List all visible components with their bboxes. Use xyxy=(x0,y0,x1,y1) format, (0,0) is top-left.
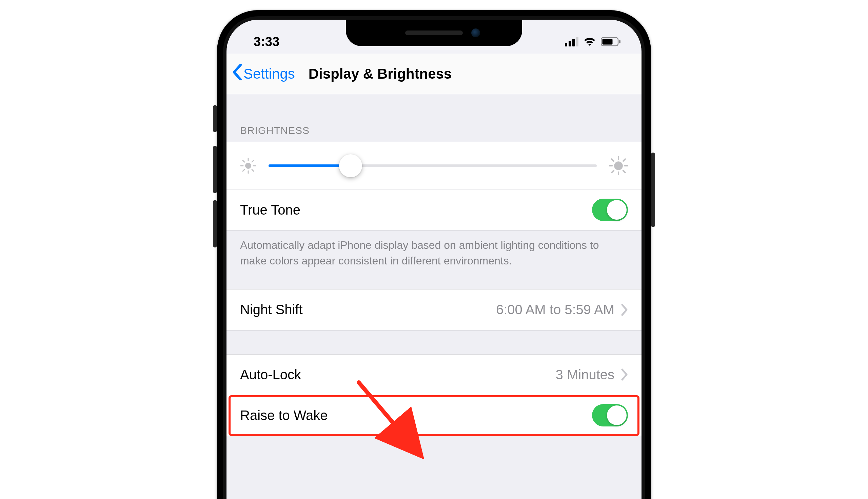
svg-rect-0 xyxy=(565,43,567,47)
phone-wrap: 3:33 xyxy=(217,10,651,499)
screen: 3:33 xyxy=(227,20,641,499)
cellular-signal-icon xyxy=(565,37,578,47)
raise-to-wake-row: Raise to Wake xyxy=(227,395,641,436)
svg-line-12 xyxy=(243,160,244,162)
svg-line-21 xyxy=(612,159,614,161)
svg-line-14 xyxy=(243,170,244,171)
brightness-slider[interactable] xyxy=(269,165,597,167)
volume-down-button[interactable] xyxy=(213,200,217,247)
front-camera xyxy=(471,28,480,37)
auto-lock-value: 3 Minutes xyxy=(556,367,614,382)
svg-line-15 xyxy=(252,160,254,162)
back-label: Settings xyxy=(243,66,295,82)
brightness-group: True Tone xyxy=(227,142,641,231)
true-tone-toggle[interactable] xyxy=(592,199,628,221)
brightness-slider-thumb[interactable] xyxy=(339,154,362,177)
auto-lock-row[interactable]: Auto-Lock 3 Minutes xyxy=(227,355,641,395)
sun-small-icon xyxy=(240,158,256,174)
mute-switch[interactable] xyxy=(213,105,217,132)
nav-header: Settings Display & Brightness xyxy=(227,53,641,94)
true-tone-footer: Automatically adapt iPhone display based… xyxy=(227,231,641,289)
brightness-slider-fill xyxy=(269,165,351,167)
notch xyxy=(346,20,522,46)
raise-to-wake-label: Raise to Wake xyxy=(240,408,592,423)
toggle-knob xyxy=(607,405,627,425)
svg-rect-3 xyxy=(576,37,578,47)
toggle-knob xyxy=(607,200,627,220)
svg-line-13 xyxy=(252,170,254,171)
svg-point-7 xyxy=(245,163,251,169)
status-time: 3:33 xyxy=(254,35,279,49)
raise-to-wake-toggle[interactable] xyxy=(592,404,628,426)
brightness-slider-row xyxy=(227,142,641,190)
content: BRIGHTNESS xyxy=(227,94,641,499)
volume-up-button[interactable] xyxy=(213,146,217,193)
battery-icon xyxy=(601,37,621,47)
true-tone-row: True Tone xyxy=(227,190,641,230)
nav-title: Display & Brightness xyxy=(308,66,452,82)
wifi-icon xyxy=(583,37,596,47)
svg-rect-2 xyxy=(572,39,575,47)
svg-rect-6 xyxy=(602,39,613,45)
status-icons xyxy=(565,37,621,47)
true-tone-label: True Tone xyxy=(240,203,592,218)
night-shift-value: 6:00 AM to 5:59 AM xyxy=(496,302,614,317)
svg-rect-5 xyxy=(619,40,621,44)
speaker-grille xyxy=(405,31,463,35)
wake-group: Auto-Lock 3 Minutes Raise to Wake xyxy=(227,354,641,436)
svg-line-24 xyxy=(623,159,625,161)
sun-large-icon xyxy=(609,156,628,175)
chevron-left-icon xyxy=(232,64,243,84)
svg-line-23 xyxy=(612,171,614,172)
night-shift-row[interactable]: Night Shift 6:00 AM to 5:59 AM xyxy=(227,290,641,330)
chevron-right-icon xyxy=(621,304,628,316)
phone-inner-border: 3:33 xyxy=(223,16,645,499)
back-button[interactable]: Settings xyxy=(232,64,295,84)
night-shift-label: Night Shift xyxy=(240,302,496,317)
power-button[interactable] xyxy=(651,153,655,227)
brightness-section-header: BRIGHTNESS xyxy=(227,94,641,142)
night-shift-group: Night Shift 6:00 AM to 5:59 AM xyxy=(227,289,641,330)
svg-line-22 xyxy=(623,171,625,172)
svg-rect-1 xyxy=(569,41,571,47)
phone-body: 3:33 xyxy=(217,10,651,499)
svg-point-16 xyxy=(614,161,623,170)
auto-lock-label: Auto-Lock xyxy=(240,367,556,382)
chevron-right-icon xyxy=(621,368,628,381)
